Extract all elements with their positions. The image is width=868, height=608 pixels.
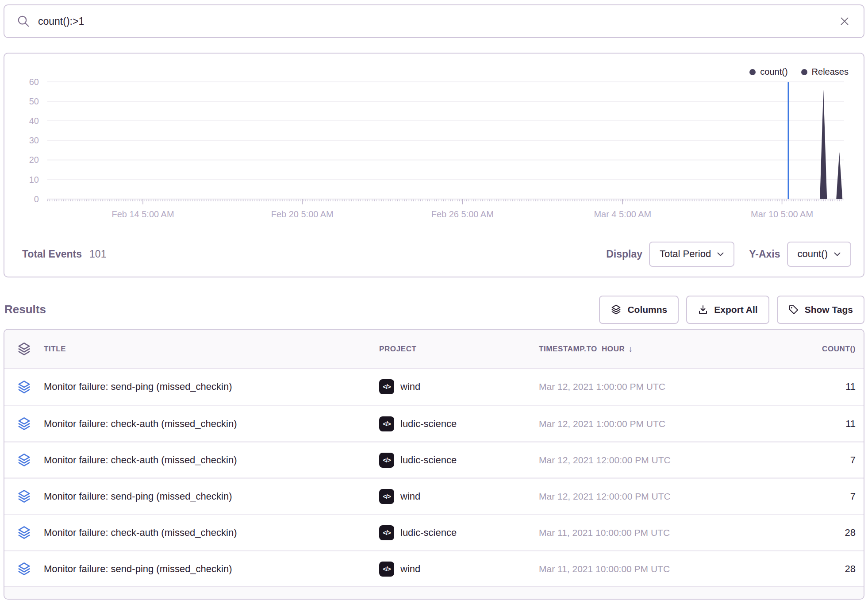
svg-text:10: 10 xyxy=(29,175,39,185)
platform-code-icon: </> xyxy=(379,489,394,504)
row-count: 7 xyxy=(703,491,864,502)
row-title[interactable]: Monitor failure: check-auth (missed_chec… xyxy=(32,454,376,466)
legend-item-releases[interactable]: Releases xyxy=(801,67,849,77)
row-count: 7 xyxy=(703,454,864,466)
results-heading: Results xyxy=(4,303,46,316)
results-bar: Results Columns Export All xyxy=(4,295,864,324)
search-input[interactable] xyxy=(38,15,831,27)
row-stack-icon xyxy=(4,489,32,504)
svg-text:Feb 26 5:00 AM: Feb 26 5:00 AM xyxy=(431,209,494,219)
project-name: ludic-science xyxy=(400,527,457,539)
legend-item-count[interactable]: count() xyxy=(749,67,787,77)
chart-legend: count() Releases xyxy=(749,67,849,77)
results-table: TITLE PROJECT TIMESTAMP.TO_HOUR ↓ COUNT(… xyxy=(4,329,864,600)
row-stack-icon xyxy=(4,380,32,394)
row-title[interactable]: Monitor failure: check-auth (missed_chec… xyxy=(32,418,376,430)
events-chart-panel: count() Releases 0102030405060Feb 14 5:0… xyxy=(4,53,864,277)
table-row: Monitor failure: send-ping (missed_check… xyxy=(4,369,864,405)
search-bar xyxy=(4,4,864,38)
svg-text:50: 50 xyxy=(29,96,39,106)
y-axis-label: Y-Axis xyxy=(749,248,780,260)
tag-icon xyxy=(788,304,799,315)
header-stack-icon xyxy=(4,342,32,356)
project-name: ludic-science xyxy=(400,418,457,430)
legend-label: count() xyxy=(760,67,787,77)
row-title[interactable]: Monitor failure: send-ping (missed_check… xyxy=(32,491,376,502)
legend-label: Releases xyxy=(812,67,849,77)
svg-text:Mar 10 5:00 AM: Mar 10 5:00 AM xyxy=(751,209,813,219)
project-badge: </> ludic-science xyxy=(376,453,535,468)
chevron-down-icon xyxy=(834,252,841,256)
platform-code-icon: </> xyxy=(379,525,394,540)
row-timestamp: Mar 12, 2021 1:00:00 PM UTC xyxy=(535,381,703,392)
row-count: 28 xyxy=(703,563,864,575)
results-actions: Columns Export All Show Tags xyxy=(599,296,864,324)
layers-icon xyxy=(611,304,622,315)
svg-text:Feb 14 5:00 AM: Feb 14 5:00 AM xyxy=(112,209,174,219)
row-stack-icon xyxy=(4,525,32,540)
total-events-value: 101 xyxy=(89,248,106,260)
chart-footer: Total Events 101 Display Total Period Y-… xyxy=(22,241,851,267)
columns-button[interactable]: Columns xyxy=(599,296,679,324)
svg-text:60: 60 xyxy=(29,77,39,87)
display-dropdown[interactable]: Total Period xyxy=(649,242,734,267)
platform-code-icon: </> xyxy=(379,562,394,577)
search-icon xyxy=(17,15,30,28)
project-name: ludic-science xyxy=(400,454,457,466)
svg-text:40: 40 xyxy=(29,116,39,126)
column-header-project[interactable]: PROJECT xyxy=(376,345,535,354)
project-badge: </> ludic-science xyxy=(376,416,535,431)
column-header-timestamp[interactable]: TIMESTAMP.TO_HOUR ↓ xyxy=(535,344,703,354)
svg-text:30: 30 xyxy=(29,135,39,145)
table-row: Monitor failure: send-ping (missed_check… xyxy=(4,550,864,586)
table-header: TITLE PROJECT TIMESTAMP.TO_HOUR ↓ COUNT(… xyxy=(4,330,864,369)
row-stack-icon xyxy=(4,453,32,467)
row-title[interactable]: Monitor failure: send-ping (missed_check… xyxy=(32,563,376,575)
svg-text:Feb 20 5:00 AM: Feb 20 5:00 AM xyxy=(271,209,334,219)
row-stack-icon xyxy=(4,416,32,431)
columns-button-label: Columns xyxy=(627,304,667,315)
table-row: Monitor failure: check-auth (missed_chec… xyxy=(4,514,864,550)
row-timestamp: Mar 12, 2021 12:00:00 PM UTC xyxy=(535,455,703,466)
show-tags-button[interactable]: Show Tags xyxy=(777,296,864,324)
column-header-count[interactable]: COUNT() xyxy=(703,345,864,354)
download-icon xyxy=(698,304,708,315)
y-axis-dropdown-value: count() xyxy=(798,248,828,260)
project-badge: </> wind xyxy=(376,379,535,394)
export-all-button-label: Export All xyxy=(714,304,757,315)
y-axis-dropdown[interactable]: count() xyxy=(787,242,851,267)
table-row: Monitor failure: send-ping (missed_check… xyxy=(4,477,864,514)
row-count: 11 xyxy=(703,381,864,393)
sort-desc-icon[interactable]: ↓ xyxy=(628,344,633,354)
legend-dot-releases xyxy=(801,69,807,75)
platform-code-icon: </> xyxy=(379,453,394,468)
project-badge: </> ludic-science xyxy=(376,525,535,540)
row-title[interactable]: Monitor failure: send-ping (missed_check… xyxy=(32,381,376,393)
chevron-down-icon xyxy=(717,252,724,256)
row-count: 11 xyxy=(703,418,864,430)
project-name: wind xyxy=(400,381,420,393)
svg-text:Mar 4 5:00 AM: Mar 4 5:00 AM xyxy=(594,209,651,219)
project-badge: </> wind xyxy=(376,489,535,504)
display-label: Display xyxy=(606,248,642,260)
row-timestamp: Mar 11, 2021 10:00:00 PM UTC xyxy=(535,527,703,538)
row-timestamp: Mar 12, 2021 1:00:00 PM UTC xyxy=(535,419,703,429)
total-events-label: Total Events xyxy=(22,248,82,260)
platform-code-icon: </> xyxy=(379,379,394,394)
svg-text:20: 20 xyxy=(29,155,39,165)
row-timestamp: Mar 12, 2021 12:00:00 PM UTC xyxy=(535,491,703,502)
svg-text:0: 0 xyxy=(34,194,39,204)
row-count: 28 xyxy=(703,527,864,539)
table-row: Monitor failure: check-auth (missed_chec… xyxy=(4,405,864,441)
export-all-button[interactable]: Export All xyxy=(686,296,769,324)
row-title[interactable]: Monitor failure: check-auth (missed_chec… xyxy=(32,527,376,539)
table-row: Monitor failure: check-auth (missed_chec… xyxy=(4,441,864,477)
platform-code-icon: </> xyxy=(379,416,394,431)
close-icon[interactable] xyxy=(839,15,850,27)
column-header-title[interactable]: TITLE xyxy=(32,345,376,354)
project-badge: </> wind xyxy=(376,562,535,577)
project-name: wind xyxy=(400,491,420,502)
row-timestamp: Mar 11, 2021 10:00:00 PM UTC xyxy=(535,564,703,574)
display-dropdown-value: Total Period xyxy=(660,248,711,260)
table-footer xyxy=(4,586,864,599)
